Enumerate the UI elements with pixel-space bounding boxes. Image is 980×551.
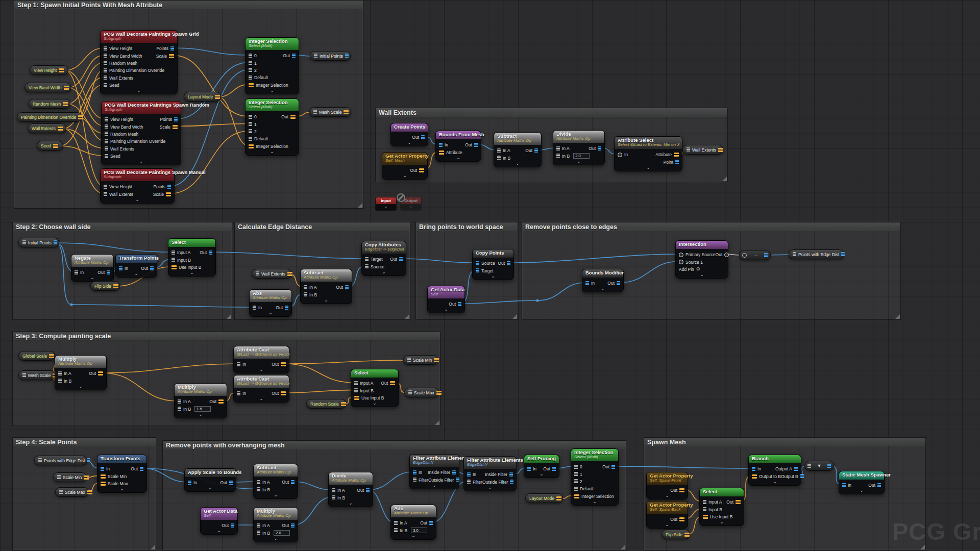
- pill-scale-max-getter[interactable]: Scale Max: [55, 487, 89, 497]
- orange-pin-icon[interactable]: [87, 490, 92, 494]
- collapse-chevron-icon[interactable]: ⌄: [250, 311, 291, 316]
- gray-pin-icon[interactable]: [304, 292, 307, 297]
- comment-title-bar[interactable]: Step 3: Compute painting scale: [13, 332, 440, 340]
- node-select-scale[interactable]: SelectInput AOutInput BUse Input B⌄: [351, 369, 399, 407]
- collapse-chevron-icon[interactable]: ⌄: [749, 480, 801, 485]
- node-header[interactable]: Get Actor PropertySelf, SpawnBack: [647, 502, 688, 514]
- node-filter-attribute-elements-x[interactable]: Filter Attribute ElementsEdgeDist.XInIns…: [409, 454, 459, 489]
- node-header[interactable]: Static Mesh Spawner: [839, 471, 884, 480]
- gray-pin-icon[interactable]: [332, 488, 335, 493]
- collapse-chevron-icon[interactable]: ⌄: [553, 160, 604, 165]
- orange-pin-icon[interactable]: [281, 391, 286, 395]
- node-add[interactable]: AddAttribute Maths OpIn AOutIn B3.0⌄: [390, 505, 436, 540]
- blue-pin-icon[interactable]: [188, 481, 191, 485]
- blue-pin-icon[interactable]: [764, 253, 768, 258]
- node-header[interactable]: Transform Points: [97, 455, 146, 463]
- orange-pin-icon[interactable]: [281, 362, 286, 366]
- node-header[interactable]: AbsAttribute Maths Op: [250, 290, 291, 302]
- data-stack-icon[interactable]: [408, 390, 412, 395]
- gray-pin-icon[interactable]: [105, 139, 108, 144]
- orange-pin-icon[interactable]: [419, 168, 424, 172]
- comment-title-bar[interactable]: Bring points to world space: [416, 222, 518, 231]
- blue-pin-icon[interactable]: [458, 302, 461, 307]
- orange-pin-icon[interactable]: [166, 192, 171, 196]
- node-intersection[interactable]: IntersectionPrimary SourceOutSource 1Add…: [675, 240, 728, 279]
- collapse-chevron-icon[interactable]: ⌄: [391, 534, 436, 539]
- gray-pin-icon[interactable]: [178, 407, 181, 411]
- collapse-chevron-icon[interactable]: ⌄: [329, 502, 373, 507]
- node-filter-attribute-elements-y[interactable]: Filter Attribute ElementsEdgeDist.YInIns…: [463, 456, 517, 491]
- pill-initial-points-getter[interactable]: Initial Points: [18, 238, 59, 247]
- blue-pin-icon[interactable]: [827, 464, 831, 468]
- node-get-actor-property-spawn-front[interactable]: Get Actor PropertySelf, SpawnFrontOut⌄: [646, 472, 688, 499]
- pill-wall-extents[interactable]: Wall Extents: [28, 123, 66, 133]
- node-header[interactable]: Copy AttributesEdgeDist -> EdgeDist: [362, 241, 406, 254]
- orange-pin-icon[interactable]: [84, 475, 89, 480]
- collapse-chevron-icon[interactable]: ⌄: [351, 402, 398, 407]
- comment-resize-handle[interactable]: [512, 314, 517, 319]
- node-negate[interactable]: NegateAttribute Maths OpInOut⌄: [71, 254, 114, 282]
- gray-pin-icon[interactable]: [249, 137, 252, 141]
- node-integer-selection-spawn[interactable]: Integer SelectionSelect (Multi)0Out12Def…: [571, 448, 619, 506]
- orange-pin-icon[interactable]: [172, 265, 177, 269]
- pill-painting-dimension-override[interactable]: Painting Dimension Override: [17, 112, 82, 122]
- gray-pin-icon[interactable]: [178, 399, 181, 404]
- node-multiply-max[interactable]: MultiplyAttribute Maths OpIn AOutIn B1.5…: [174, 383, 227, 418]
- value-field[interactable]: 2.0: [573, 153, 590, 159]
- node-multiply-scale[interactable]: MultiplyAttribute Maths OpIn AOutIn B⌄: [55, 355, 107, 390]
- comment-resize-handle[interactable]: [151, 545, 155, 549]
- white-pin-icon[interactable]: [679, 260, 683, 264]
- gray-pin-icon[interactable]: [249, 115, 252, 119]
- node-header[interactable]: Apply Scale To Bounds: [185, 469, 236, 477]
- node-header[interactable]: Self Pruning: [524, 455, 559, 463]
- gray-pin-icon[interactable]: [249, 76, 252, 80]
- gray-pin-icon[interactable]: [574, 479, 578, 484]
- node-header[interactable]: MultiplyAttribute Maths Op: [175, 384, 227, 396]
- gray-pin-icon[interactable]: [104, 61, 107, 65]
- orange-pin-icon[interactable]: [98, 371, 103, 375]
- gray-pin-icon[interactable]: [703, 500, 706, 505]
- orange-pin-icon[interactable]: [173, 125, 178, 129]
- pill-wall-extents-getter[interactable]: Wall Extents: [252, 269, 291, 279]
- pill-scale-min-out[interactable]: Scale Min: [403, 355, 438, 365]
- node-header[interactable]: DivideAttribute Maths Op: [329, 472, 373, 485]
- collapse-chevron-icon[interactable]: ⌄: [410, 484, 459, 489]
- gray-pin-icon[interactable]: [394, 528, 398, 533]
- data-stack-icon[interactable]: [22, 373, 26, 378]
- pcg-graph-canvas[interactable]: Step 1: Spawn Initial Points With Mesh A…: [0, 0, 980, 551]
- blue-pin-icon[interactable]: [439, 143, 443, 147]
- data-stack-icon[interactable]: [256, 271, 259, 276]
- comment-resize-handle[interactable]: [895, 314, 900, 319]
- gray-pin-icon[interactable]: [257, 487, 260, 492]
- node-apply-scale-to-bounds[interactable]: Apply Scale To BoundsInOut⌄: [184, 468, 236, 492]
- node-header[interactable]: Filter Attribute ElementsEdgeDist.X: [410, 455, 459, 467]
- node-get-actor-property-mesh[interactable]: Get Actor PropertySelf, MeshOut⌄: [382, 152, 428, 180]
- node-abs[interactable]: AbsAttribute Maths OpInOut⌄: [249, 289, 292, 317]
- gray-pin-icon[interactable]: [574, 465, 578, 469]
- gray-pin-icon[interactable]: [249, 54, 252, 58]
- collapse-chevron-icon[interactable]: ⌄: [391, 141, 428, 146]
- blue-pin-icon[interactable]: [150, 266, 154, 271]
- gray-pin-icon[interactable]: [58, 379, 62, 383]
- pill-flip-side-2[interactable]: Flip Side: [662, 530, 690, 539]
- white-pin-icon[interactable]: [742, 253, 747, 258]
- orange-pin-icon[interactable]: [736, 500, 741, 504]
- comment-title-bar[interactable]: Step 2: Choose wall side: [13, 222, 232, 231]
- blue-pin-icon[interactable]: [467, 472, 471, 477]
- node-multiply-overhang[interactable]: MultiplyAttribute Maths OpIn AOutIn B2.0…: [253, 507, 298, 542]
- node-pcg-wall-decorate-paintings-spawn-manual[interactable]: PCG Wall Decorate Paintings Spawn Manual…: [100, 168, 175, 204]
- comment-resize-handle[interactable]: [435, 420, 439, 425]
- node-bounds-modifier[interactable]: Bounds ModifierInOut⌄: [582, 269, 624, 292]
- value-field[interactable]: 3.0: [411, 528, 427, 533]
- blue-pin-icon[interactable]: [345, 285, 349, 290]
- pill-seed[interactable]: Seed: [37, 141, 63, 151]
- node-get-actor-data-self-2[interactable]: Get Actor DataSelfOut⌄: [200, 507, 238, 535]
- data-stack-icon[interactable]: [38, 458, 42, 463]
- node-graph-output[interactable]: Output⌄: [400, 197, 422, 211]
- node-header[interactable]: Get Actor DataSelf: [428, 286, 464, 298]
- node-header[interactable]: Get Actor PropertySelf, SpawnFront: [647, 472, 688, 485]
- gray-pin-icon[interactable]: [467, 480, 471, 484]
- node-graph-input[interactable]: Input⌄: [375, 197, 397, 211]
- blue-pin-icon[interactable]: [291, 523, 295, 528]
- pill-points-with-edge-dist-getter[interactable]: Points with Edge Dist: [34, 456, 87, 465]
